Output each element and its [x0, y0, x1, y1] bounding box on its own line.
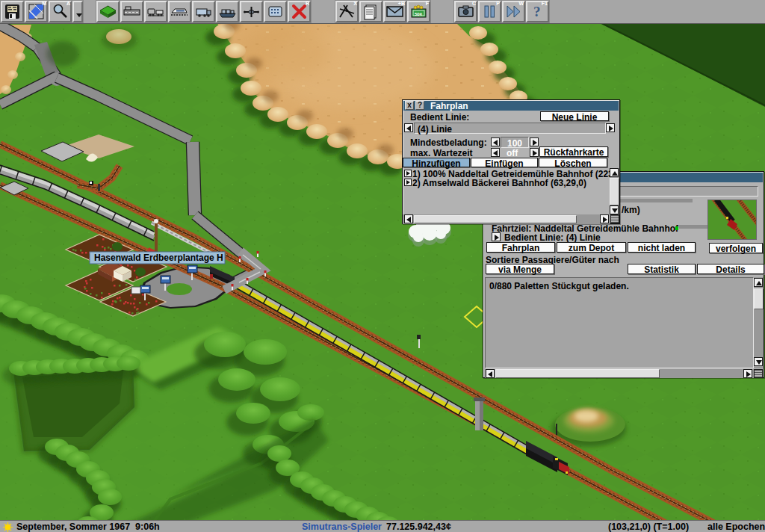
svg-text:50¢: 50¢	[415, 12, 423, 16]
svg-text:?: ?	[533, 4, 541, 19]
svg-text:Hasenwald Erdbeerplantage H: Hasenwald Erdbeerplantage H	[94, 253, 223, 263]
